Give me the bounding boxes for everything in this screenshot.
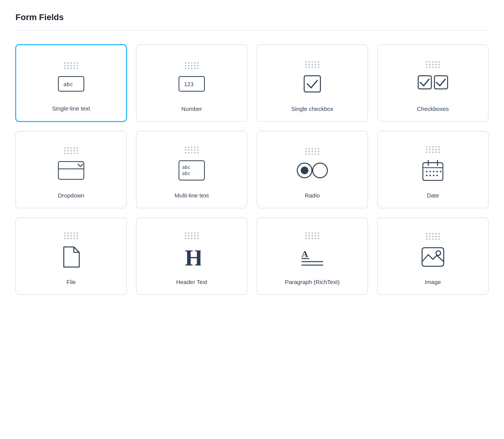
card-icon-area: A <box>263 229 361 271</box>
svg-point-25 <box>429 175 431 176</box>
svg-rect-9 <box>77 162 84 169</box>
date-icon <box>422 160 443 181</box>
form-fields-grid: abc Single-line text 123 Number <box>15 44 489 295</box>
card-icon-area <box>384 229 482 271</box>
card-label-image: Image <box>425 279 441 285</box>
card-label-number: Number <box>181 105 202 112</box>
svg-text:abc: abc <box>63 81 73 87</box>
card-label-single-checkbox: Single checkbox <box>291 105 333 112</box>
radio-icon <box>296 162 329 179</box>
card-header-text[interactable]: H Header Text <box>136 218 247 295</box>
svg-text:123: 123 <box>184 81 194 87</box>
image-icon <box>421 247 444 267</box>
svg-point-20 <box>426 171 427 172</box>
svg-rect-4 <box>304 76 320 92</box>
card-label-header-text: Header Text <box>176 279 208 285</box>
card-checkboxes[interactable]: Checkboxes <box>377 44 489 122</box>
card-label-dropdown: Dropdown <box>58 192 84 199</box>
card-icon-area <box>22 229 120 271</box>
drag-dots <box>185 146 199 153</box>
drag-dots <box>305 148 320 155</box>
section-divider <box>15 30 489 31</box>
card-dropdown[interactable]: Dropdown <box>15 131 127 208</box>
card-icon-area <box>384 142 482 184</box>
card-icon-area: abc <box>22 56 120 97</box>
svg-rect-34 <box>422 248 444 266</box>
card-image[interactable]: Image <box>377 218 489 295</box>
card-label-date: Date <box>427 192 439 199</box>
card-radio[interactable]: Radio <box>257 131 368 208</box>
drag-dots <box>426 61 440 68</box>
card-single-checkbox[interactable]: Single checkbox <box>257 44 368 122</box>
header-text-icon: H <box>183 246 201 268</box>
card-icon-area <box>263 142 361 184</box>
card-file[interactable]: File <box>15 218 127 295</box>
svg-point-35 <box>436 251 441 255</box>
svg-point-28 <box>440 171 441 172</box>
multi-line-text-icon: abc abc <box>179 160 205 180</box>
drag-dots <box>185 62 199 69</box>
card-label-multi-line-text: Multi-line text <box>175 192 209 199</box>
card-number[interactable]: 123 Number <box>136 44 247 122</box>
card-label-file: File <box>66 279 76 285</box>
single-line-text-icon: abc <box>58 76 84 92</box>
drag-dots <box>426 233 440 240</box>
number-icon: 123 <box>179 76 205 92</box>
card-label-paragraph-richtext: Paragraph (RichText) <box>285 279 340 285</box>
card-label-checkboxes: Checkboxes <box>417 105 449 112</box>
drag-dots <box>185 232 199 239</box>
card-icon-area: H <box>143 229 241 271</box>
svg-point-21 <box>429 171 431 172</box>
dropdown-icon <box>58 161 84 180</box>
card-date[interactable]: Date <box>377 131 489 208</box>
drag-dots <box>305 232 320 239</box>
page-title: Form Fields <box>15 12 489 22</box>
file-icon <box>62 246 80 268</box>
card-paragraph-richtext[interactable]: A Paragraph (RichText) <box>257 218 368 295</box>
card-label-single-line-text: Single-line text <box>52 105 90 112</box>
card-icon-area: 123 <box>143 56 241 98</box>
drag-dots <box>64 62 78 69</box>
card-icon-area <box>384 56 482 98</box>
card-icon-area <box>22 142 120 184</box>
svg-text:H: H <box>185 246 201 268</box>
checkboxes-icon <box>417 75 448 93</box>
card-multi-line-text[interactable]: abc abc Multi-line text <box>136 131 247 208</box>
svg-point-24 <box>426 175 427 176</box>
drag-dots <box>305 61 320 68</box>
svg-point-26 <box>433 175 434 176</box>
svg-text:abc: abc <box>182 165 191 170</box>
svg-point-23 <box>436 171 438 172</box>
svg-text:abc: abc <box>182 171 191 176</box>
card-label-radio: Radio <box>305 192 320 199</box>
svg-point-14 <box>301 167 308 174</box>
svg-point-22 <box>433 171 434 172</box>
single-checkbox-icon <box>303 75 321 93</box>
drag-dots <box>64 232 78 239</box>
svg-text:A: A <box>301 249 308 259</box>
svg-rect-10 <box>179 161 204 180</box>
card-single-line-text[interactable]: abc Single-line text <box>15 44 127 122</box>
card-icon-area <box>263 56 361 98</box>
card-icon-area: abc abc <box>143 142 241 184</box>
svg-point-15 <box>313 163 327 178</box>
svg-point-27 <box>436 175 438 176</box>
drag-dots <box>426 146 440 153</box>
paragraph-richtext-icon: A <box>301 246 324 268</box>
drag-dots <box>64 147 78 154</box>
